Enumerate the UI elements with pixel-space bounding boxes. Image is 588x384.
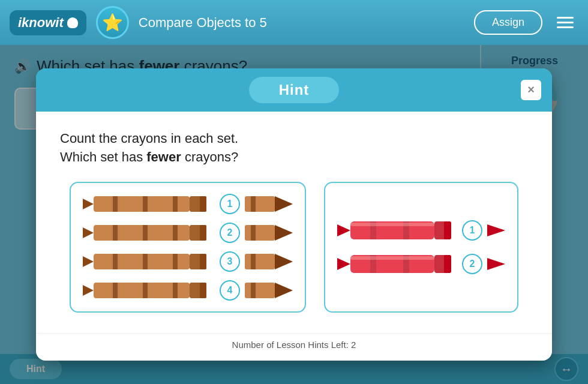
hint-bold-word: fewer [146,149,181,164]
star-badge: ⭐ [96,6,129,39]
svg-rect-38 [200,283,206,298]
svg-rect-18 [200,225,206,241]
svg-rect-9 [245,196,275,212]
svg-marker-50 [337,258,350,270]
red-crayon-row-1: 1 [337,217,505,244]
svg-marker-41 [275,283,293,298]
svg-rect-48 [350,223,434,226]
svg-rect-29 [245,254,275,269]
app-header: iknowit ⭐ Compare Objects to 5 Assign [0,0,588,45]
svg-marker-31 [275,254,293,269]
star-icon: ⭐ [102,13,123,32]
crayon-row-2: 2 [83,221,293,244]
crayon-set-left: 1 [70,182,306,313]
hamburger-line [557,17,574,19]
hint-close-button[interactable]: × [521,80,541,100]
svg-marker-12 [83,227,94,238]
crayon-set-right: 1 [324,182,518,313]
brown-crayon-tip-1 [245,193,293,215]
svg-rect-15 [143,225,148,241]
hamburger-line [557,26,574,28]
number-badge-3: 3 [220,251,240,272]
logo-text: iknowit [18,15,64,31]
svg-rect-56 [350,256,434,260]
hint-title: Hint [249,77,340,103]
red-crayon-1 [337,217,457,244]
svg-rect-28 [200,254,206,269]
hint-instruction: Count the crayons in each set. Which set… [60,130,528,167]
number-badge-2: 2 [220,223,240,243]
hints-left-text: Number of Lesson Hints Left: 2 [232,340,356,350]
red-crayon-2 [337,250,457,278]
brown-crayon-3 [83,250,215,273]
brown-crayon-4 [83,279,215,302]
red-number-badge-2: 2 [462,254,482,274]
svg-rect-5 [143,196,148,212]
crayon-row-3: 3 [83,250,293,273]
svg-rect-26 [173,254,178,269]
svg-rect-20 [251,225,256,241]
hint-modal: Hint × Count the crayons in each set. Wh… [36,68,552,361]
svg-marker-57 [487,258,505,270]
svg-marker-42 [337,224,350,236]
svg-rect-6 [173,196,178,212]
svg-rect-47 [444,221,451,239]
svg-marker-21 [275,225,293,241]
red-crayon-row-2: 2 [337,250,505,278]
svg-rect-8 [200,196,206,212]
svg-rect-10 [251,196,256,212]
svg-rect-34 [113,283,118,298]
hint-header: Hint × [36,68,552,112]
brown-crayon-tip-2 [245,221,293,244]
assign-button[interactable]: Assign [474,10,542,35]
svg-rect-24 [113,254,118,269]
svg-rect-25 [143,254,148,269]
svg-marker-11 [275,196,293,212]
lesson-title: Compare Objects to 5 [139,15,464,31]
svg-rect-4 [113,196,118,212]
svg-rect-16 [173,225,178,241]
main-area: 🔊 Which set has fewer crayons? Progress … [0,45,588,384]
bulb-icon [67,17,78,28]
svg-rect-39 [245,283,275,298]
hamburger-line [557,22,574,23]
red-crayon-tip-1 [487,217,505,244]
svg-rect-14 [113,225,118,241]
svg-marker-32 [83,285,94,296]
red-crayon-tip-2 [487,250,505,278]
brown-crayon-tip-4 [245,279,293,302]
hint-footer: Number of Lesson Hints Left: 2 [36,333,552,361]
brown-crayon-tip-3 [245,250,293,273]
menu-button[interactable] [552,12,578,33]
svg-rect-35 [143,283,148,298]
svg-rect-36 [173,283,178,298]
svg-rect-19 [245,225,275,241]
svg-rect-55 [444,255,451,273]
brown-crayon-2 [83,221,215,244]
svg-marker-2 [83,199,94,209]
svg-rect-40 [251,283,256,298]
hint-sets: 1 [60,182,528,313]
modal-overlay: Hint × Count the crayons in each set. Wh… [0,45,588,384]
logo: iknowit [10,10,86,35]
svg-marker-49 [487,224,505,236]
hint-body: Count the crayons in each set. Which set… [36,112,552,334]
svg-rect-30 [251,254,256,269]
brown-crayon-1 [83,193,215,215]
svg-marker-22 [83,256,94,267]
number-badge-1: 1 [220,194,240,214]
crayon-row-4: 4 [83,279,293,302]
red-number-badge-1: 1 [462,220,482,241]
crayon-row-1: 1 [83,193,293,215]
number-badge-4: 4 [220,280,240,301]
